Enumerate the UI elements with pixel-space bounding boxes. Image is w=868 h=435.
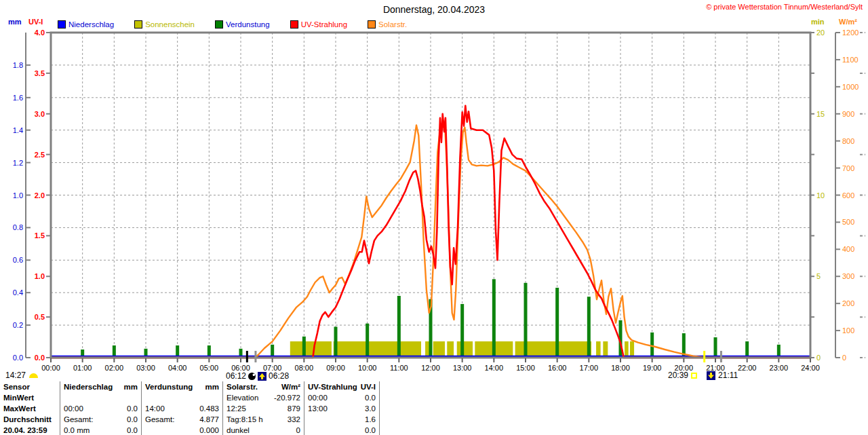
cell-value: 4.877 bbox=[199, 414, 219, 425]
cell-label: Verdunstung bbox=[145, 381, 193, 392]
stats-cell: Gesamt:4.877 bbox=[142, 414, 222, 425]
stats-col-header: Solarstr.W/m² bbox=[223, 381, 304, 392]
svg-text:1.5: 1.5 bbox=[35, 231, 45, 240]
cell-value: 332 bbox=[288, 414, 300, 425]
cell-value: 0.0 bbox=[365, 425, 376, 435]
stats-cell: Tag:8:15 h332 bbox=[223, 414, 304, 425]
svg-text:0.0: 0.0 bbox=[35, 354, 45, 362]
svg-text:0: 0 bbox=[816, 354, 821, 362]
svg-text:3.5: 3.5 bbox=[35, 69, 45, 77]
svg-text:1000: 1000 bbox=[842, 83, 859, 91]
svg-text:0.4: 0.4 bbox=[13, 288, 23, 297]
svg-text:1.0: 1.0 bbox=[35, 272, 45, 280]
sunrise-time: 06:28 bbox=[269, 371, 289, 381]
cell-label: Gesamt: bbox=[64, 414, 93, 425]
cell-label: Durchschnitt bbox=[3, 414, 52, 425]
svg-text:15: 15 bbox=[816, 110, 825, 118]
stats-cell: 0.0 mm0.0 bbox=[60, 425, 141, 435]
svg-text:19:00: 19:00 bbox=[643, 364, 662, 372]
stats-col-header: UV-StrahlungUV-I bbox=[304, 381, 379, 392]
stats-cell: 00:000.0 bbox=[304, 392, 379, 403]
stats-col-solarstr: Solarstr.W/m²Elevation-20.97212:25879Tag… bbox=[222, 381, 304, 435]
stats-header: Sensor bbox=[0, 381, 60, 392]
moonrise-info: 14:27 bbox=[5, 371, 38, 380]
cell-label: 0.0 mm bbox=[64, 425, 90, 435]
cell-label: UV-Strahlung bbox=[308, 381, 357, 392]
svg-text:500: 500 bbox=[842, 218, 854, 226]
cell-label: Tag:8:15 h bbox=[226, 414, 263, 425]
stats-cell bbox=[60, 392, 141, 403]
cell-value: mm bbox=[124, 381, 138, 392]
stats-cell: 00:000.0 bbox=[60, 403, 141, 414]
cell-value: 0.0 bbox=[127, 403, 138, 414]
cell-label: Sensor bbox=[3, 381, 30, 392]
svg-text:800: 800 bbox=[842, 137, 854, 145]
cell-label: Elevation bbox=[226, 392, 258, 403]
stats-row-label: Durchschnitt bbox=[0, 414, 60, 425]
svg-text:11:00: 11:00 bbox=[390, 364, 408, 372]
svg-text:03:00: 03:00 bbox=[136, 364, 155, 372]
cell-value: mm bbox=[205, 381, 219, 392]
svg-text:18:00: 18:00 bbox=[611, 364, 630, 372]
svg-text:00:00: 00:00 bbox=[41, 364, 60, 372]
cell-label: Solarstr. bbox=[226, 381, 258, 392]
dusk-time: 21:11 bbox=[718, 371, 738, 380]
stats-cell: 1.6 bbox=[304, 414, 379, 425]
sunset-arrow-icon bbox=[707, 371, 715, 380]
stats-col-uv_strahlung: UV-StrahlungUV-I00:000.013:003.01.60.0 bbox=[304, 381, 380, 435]
cell-value: W/m² bbox=[281, 381, 300, 392]
stats-col-sensor: SensorMinWertMaxWertDurchschnitt20.04. 2… bbox=[0, 381, 60, 435]
cell-label: Gesamt: bbox=[145, 414, 174, 425]
svg-text:1100: 1100 bbox=[842, 56, 859, 64]
stats-cell: 12:25879 bbox=[223, 403, 304, 414]
svg-text:16:00: 16:00 bbox=[548, 364, 567, 372]
svg-text:4.0: 4.0 bbox=[35, 29, 45, 37]
svg-text:3.0: 3.0 bbox=[35, 110, 45, 118]
cell-value: 0 bbox=[296, 425, 300, 435]
svg-text:1.2: 1.2 bbox=[13, 159, 23, 167]
svg-text:02:00: 02:00 bbox=[105, 364, 124, 372]
svg-text:23:00: 23:00 bbox=[770, 364, 789, 372]
svg-text:0.8: 0.8 bbox=[13, 223, 23, 231]
svg-text:900: 900 bbox=[842, 110, 854, 118]
svg-text:14:00: 14:00 bbox=[485, 364, 504, 372]
stats-cell: Gesamt:0.0 bbox=[60, 414, 141, 425]
stats-cell: 14:000.483 bbox=[142, 403, 222, 414]
stats-col-verdunstung: Verdunstungmm14:000.483Gesamt:4.8770.000 bbox=[141, 381, 222, 435]
svg-text:0.2: 0.2 bbox=[13, 321, 23, 329]
cell-value: 0.483 bbox=[199, 403, 219, 414]
moon-phase-icon bbox=[248, 373, 256, 380]
stats-cell bbox=[142, 392, 222, 403]
weather-station-dashboard: Donnerstag, 20.04.2023 © private Wetters… bbox=[0, 0, 868, 435]
svg-text:15:00: 15:00 bbox=[516, 364, 535, 372]
wm2-axis: 0100200300400500600700800900100011001200 bbox=[835, 29, 865, 362]
cell-value: 0.000 bbox=[199, 425, 219, 435]
cell-value: 0.0 bbox=[127, 414, 138, 425]
uv-axis: 0.00.51.01.52.02.53.03.54.0 bbox=[35, 29, 51, 362]
svg-text:01:00: 01:00 bbox=[73, 364, 92, 372]
svg-text:12:00: 12:00 bbox=[421, 364, 440, 372]
cell-label: 14:00 bbox=[145, 403, 165, 414]
svg-text:08:00: 08:00 bbox=[295, 364, 314, 372]
stats-cell: 0.0 bbox=[304, 425, 379, 435]
svg-text:13:00: 13:00 bbox=[453, 364, 472, 372]
stats-col-niederschlag: Niederschlagmm00:000.0Gesamt:0.00.0 mm0.… bbox=[60, 381, 141, 435]
svg-text:0: 0 bbox=[842, 354, 846, 362]
cell-label: 00:00 bbox=[64, 403, 83, 414]
svg-text:22:00: 22:00 bbox=[738, 364, 757, 372]
cell-value: 0.0 bbox=[365, 392, 376, 403]
cell-value: 1.6 bbox=[365, 414, 376, 425]
svg-text:04:00: 04:00 bbox=[168, 364, 187, 372]
cell-label: MaxWert bbox=[3, 403, 36, 414]
svg-text:700: 700 bbox=[842, 164, 854, 172]
svg-text:600: 600 bbox=[842, 191, 854, 200]
mm-axis: 0.00.20.40.60.81.01.21.41.61.8 bbox=[13, 33, 31, 362]
stats-table: SensorMinWertMaxWertDurchschnitt20.04. 2… bbox=[0, 381, 380, 435]
stats-cell: 0.000 bbox=[142, 425, 222, 435]
cell-label: 13:00 bbox=[308, 403, 328, 414]
svg-text:1200: 1200 bbox=[842, 29, 859, 37]
stats-cell: Elevation-20.972 bbox=[223, 392, 304, 403]
cell-label: 12:25 bbox=[226, 403, 246, 414]
sunrise-info: 06:12 06:28 bbox=[226, 371, 289, 381]
min-axis: 05101520 bbox=[810, 29, 825, 362]
